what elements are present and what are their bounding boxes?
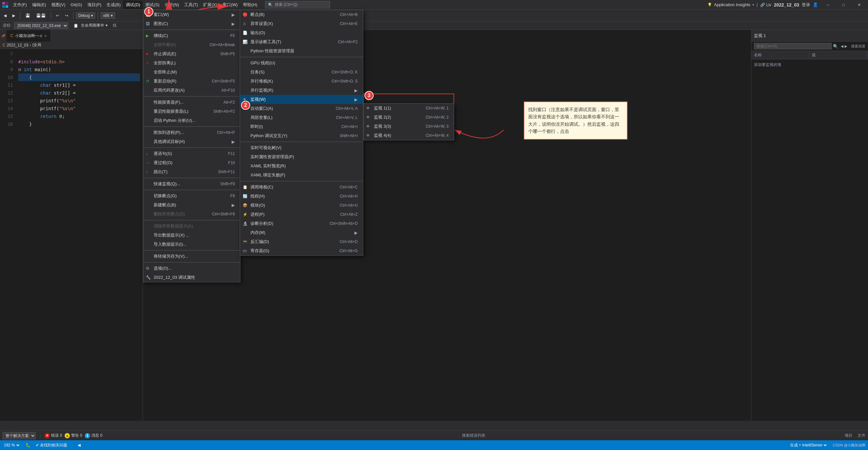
menu-continue-item[interactable]: ▶ 继续(C) F5 xyxy=(143,31,240,40)
process-dropdown[interactable]: [53048] 2022_12_03.exe xyxy=(14,23,68,29)
menu-detach-all-item[interactable]: ✕ 全部拆离(L) xyxy=(143,59,240,67)
menu-restart-item[interactable]: ↺ 重新启动(R) Ctrl+Shift+F5 xyxy=(143,77,240,86)
watch-4-item[interactable]: 👁 监视 4(4) Ctrl+Alt+W, 4 xyxy=(364,131,454,140)
window-xaml-binding-item[interactable]: XAML 绑定失败(F) xyxy=(240,171,363,180)
menu-view[interactable]: 视图(V) xyxy=(49,1,68,9)
editor-tab[interactable]: C 小颖加油啊~~.c ✕ xyxy=(6,30,51,41)
window-registers-item[interactable]: 🗃 寄存器(G) Ctrl+Alt+G xyxy=(240,246,363,256)
watch-1-item[interactable]: 👁 监视 1(1) Ctrl+Alt+W, 1 xyxy=(364,103,454,113)
menu-python-analyze-item[interactable]: 启动 Python 分析(U)... xyxy=(143,116,240,125)
menu-apply-code-changes-item[interactable]: 应用代码更改(A) Alt+F10 xyxy=(143,86,240,95)
lifecycle-button[interactable]: 生命周期事件 ▾ xyxy=(81,23,107,28)
window-live-property-item[interactable]: 实时属性资源管理器(P) xyxy=(240,152,363,161)
watch-submenu-popup[interactable]: 👁 监视 1(1) Ctrl+Alt+W, 1 👁 监视 2(2) Ctrl+A… xyxy=(363,103,454,140)
step-out-icon: ↑ xyxy=(146,170,148,174)
window-python-debug-item[interactable]: Python 调试交互(Y) Shift+Alt+I xyxy=(240,131,363,140)
watch-2-item[interactable]: 👁 监视 2(2) Ctrl+Alt+W, 2 xyxy=(364,113,454,122)
save-all-button[interactable]: 💾💾 xyxy=(34,12,48,19)
tab-close-button[interactable]: ✕ xyxy=(44,34,47,38)
build-intellisense-dropdown[interactable]: 生成 + IntelliSense xyxy=(789,443,828,448)
window-memory-item[interactable]: 内存(M) ▶ xyxy=(240,228,363,237)
menu-restart-profiler-item[interactable]: 重启性能探查器(L) Shift+Alt+F2 xyxy=(143,107,240,116)
redo-button[interactable]: ↪ xyxy=(63,12,70,19)
minimize-button[interactable]: ─ xyxy=(820,0,836,10)
search-icon: 🔍 xyxy=(268,3,273,7)
editor-content[interactable]: 7 8 9 ⇒ 10 11 12 13 14 15 16 xyxy=(0,49,143,421)
menu-new-breakpoint-item[interactable]: 新建断点(B) ▶ xyxy=(143,201,240,210)
window-autos-item[interactable]: 自动窗口(A) Ctrl+Alt+V, A xyxy=(240,104,363,113)
window-xaml-preview-item[interactable]: XAML 实时预览(R) xyxy=(240,161,363,171)
window-immediate-item[interactable]: 即时(I) Ctrl+Alt+I xyxy=(240,122,363,131)
window-exception-settings-item[interactable]: ⚠ 异常设置(X) Ctrl+Alt+E xyxy=(240,19,363,28)
solution-scope-dropdown[interactable]: 整个解决方案 xyxy=(3,432,36,439)
window-diagnostic-item[interactable]: 🔬 诊断分析(D) Ctrl+Shift+Alt+D xyxy=(240,219,363,228)
menu-options-item[interactable]: ⚙ 选项(O)... xyxy=(143,264,240,273)
window-modules-item[interactable]: 📦 模块(O) Ctrl+Alt+U xyxy=(240,201,363,210)
window-processes-item[interactable]: ⚡ 进程(P) Ctrl+Alt+Z xyxy=(240,210,363,219)
search-bar[interactable]: 🔍 搜索 (Ctrl+Q) xyxy=(265,1,330,8)
menu-save-dump-item[interactable]: 将转储另存为(V)... xyxy=(143,252,240,261)
menu-perf-profiler-item[interactable]: 性能探查器(F)... Alt+F2 xyxy=(143,98,240,107)
menu-git[interactable]: Git(G) xyxy=(68,1,85,8)
warning-count-badge: ▲ 警告 0 xyxy=(65,433,82,438)
window-call-stack-item[interactable]: 📋 调用堆栈(C) Ctrl+Alt+C xyxy=(240,183,363,192)
zoom-dropdown[interactable]: 192 % xyxy=(3,443,21,448)
window-submenu-popup[interactable]: 🔴 断点(B) Ctrl+Alt+B ⚠ 异常设置(X) Ctrl+Alt+E … xyxy=(240,10,363,256)
debug-config-dropdown[interactable]: Debug ▾ xyxy=(76,12,95,19)
menu-attach-process-item[interactable]: 附加到进程(P)... Ctrl+Alt+P xyxy=(143,128,240,137)
menu-step-out-item[interactable]: ↑ 跳出(T) Shift+F11 xyxy=(143,167,240,176)
arch-dropdown[interactable]: x86 ▾ xyxy=(101,12,115,19)
menu-clear-datatips-item[interactable]: 清除所有数据提示(A) xyxy=(143,221,240,231)
save-button[interactable]: 💾 xyxy=(23,12,32,19)
forward-button[interactable]: ▶ xyxy=(10,12,18,19)
maximize-button[interactable]: □ xyxy=(836,0,851,10)
menu-quickwatch-item[interactable]: 快速监视(Q)... Shift+F9 xyxy=(143,179,240,188)
menu-debug[interactable]: 调试(D) xyxy=(123,1,143,9)
menu-step-over-item[interactable]: → 逐过程(O) F10 xyxy=(143,158,240,167)
menu-tools[interactable]: 工具(T) xyxy=(182,1,201,9)
menu-terminate-all-item[interactable]: 全部终止(M) xyxy=(143,67,240,77)
menu-other-targets-item[interactable]: 其他调试目标(H) ▶ xyxy=(143,137,240,146)
watch-search-input[interactable] xyxy=(754,43,832,50)
menu-build[interactable]: 生成(B) xyxy=(104,1,123,9)
window-breakpoints-item[interactable]: 🔴 断点(B) Ctrl+Alt+B xyxy=(240,10,363,19)
code-area[interactable]: #include<stdio.h> ⊟ int main () { char s… xyxy=(16,49,143,421)
menu-edit[interactable]: 编辑(E) xyxy=(30,1,49,9)
window-locals-item[interactable]: 局部变量(L) Ctrl+Alt+V, L xyxy=(240,113,363,122)
menu-delete-all-bp-item[interactable]: 删除所有断点(D) Ctrl+Shift+F9 xyxy=(143,210,240,219)
window-watch-item[interactable]: 👁 监视(W) ▶ xyxy=(240,95,363,104)
menu-test[interactable]: 测试(S) xyxy=(143,1,162,9)
menu-debug-properties-item[interactable]: 🔧 2022_12_03 调试属性 xyxy=(143,273,240,282)
menu-analyze[interactable]: 分析(N) xyxy=(162,1,182,9)
watch-3-item[interactable]: 👁 监视 3(3) Ctrl+Alt+W, 3 xyxy=(364,122,454,131)
menu-help[interactable]: 帮助(H) xyxy=(240,1,260,9)
window-live-visual-tree-item[interactable]: 实时可视化树(V) xyxy=(240,143,363,152)
menu-export-datatips-item[interactable]: 导出数据提示(X) ... xyxy=(143,231,240,240)
menu-graphics-item[interactable]: 🖼 图形(C) ▶ xyxy=(143,19,240,28)
window-diag-tools-item[interactable]: 📊 显示诊断工具(T) Ctrl+Alt+F2 xyxy=(240,37,363,47)
window-gpu-threads-item[interactable]: GPU 线程(U) xyxy=(240,59,363,67)
menu-window[interactable]: 窗口(W) xyxy=(220,1,240,9)
close-button[interactable]: ✕ xyxy=(852,0,867,10)
window-output-item[interactable]: 📄 输出(O) xyxy=(240,28,363,37)
back-button[interactable]: ◀ xyxy=(1,12,9,19)
chevron-right-icon: › xyxy=(30,43,31,48)
menu-toggle-breakpoint-item[interactable]: 切换断点(G) F9 xyxy=(143,191,240,201)
menu-import-datatips-item[interactable]: 导入数据提示(I)... xyxy=(143,240,240,249)
menu-break-all-item[interactable]: 全部中断(K) Ctrl+Alt+Break xyxy=(143,40,240,50)
menu-extensions[interactable]: 扩展(X) xyxy=(200,1,220,9)
menu-stop-debug-item[interactable]: ■ 停止调试(E) Shift+F5 xyxy=(143,50,240,59)
window-threads-item[interactable]: 🔄 线程(H) Ctrl+Alt+H xyxy=(240,192,363,201)
menu-window-item[interactable]: 🪟 窗口(W) ▶ xyxy=(143,10,240,19)
menu-project[interactable]: 项目(P) xyxy=(85,1,104,9)
login-button[interactable]: 登录 xyxy=(802,2,810,8)
debug-menu-popup[interactable]: 🪟 窗口(W) ▶ 🖼 图形(C) ▶ ▶ 继续(C) F5 全部中断(K) C… xyxy=(143,10,240,282)
menu-file[interactable]: 文件(F) xyxy=(10,1,30,9)
menu-step-into-item[interactable]: ↓ 逐语句(S) F11 xyxy=(143,149,240,158)
window-disassembly-item[interactable]: 📟 反汇编(D) Ctrl+Alt+D xyxy=(240,237,363,246)
undo-button[interactable]: ↩ xyxy=(54,12,61,19)
window-tasks-item[interactable]: 任务(S) Ctrl+Shift+D, K xyxy=(240,67,363,77)
window-parallel-stacks-item[interactable]: 并行堆栈(K) Ctrl+Shift+D, S xyxy=(240,77,363,86)
window-parallel-watch-item[interactable]: 并行监视(R) ▶ xyxy=(240,86,363,95)
window-python-perf-item[interactable]: Python 性能资源管理器 xyxy=(240,47,363,56)
